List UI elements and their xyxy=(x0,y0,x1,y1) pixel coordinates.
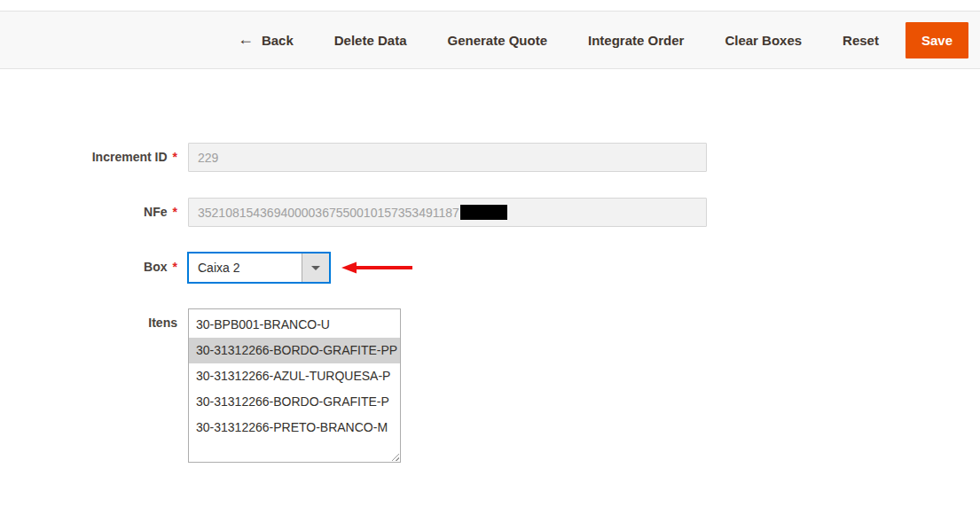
itens-label: Itens xyxy=(148,316,177,330)
box-select-dropdown-button[interactable] xyxy=(302,254,329,282)
nfe-input[interactable]: 35210815436940000367550010157353491187 xyxy=(188,198,707,227)
back-button[interactable]: ← Back xyxy=(238,32,294,48)
integrate-order-button[interactable]: Integrate Order xyxy=(588,33,684,48)
required-asterisk: * xyxy=(173,150,177,164)
chevron-down-icon xyxy=(311,266,320,270)
reset-button[interactable]: Reset xyxy=(843,33,879,48)
back-arrow-icon: ← xyxy=(238,31,254,47)
increment-id-input[interactable]: 229 xyxy=(188,143,707,172)
itens-option[interactable]: 30-31312266-PRETO-BRANCO-M xyxy=(189,415,400,441)
itens-label-cell: Itens xyxy=(0,308,177,330)
nfe-control: 35210815436940000367550010157353491187 xyxy=(188,198,707,227)
itens-option[interactable]: 30-31312266-BORDO-GRAFITE-P xyxy=(189,389,400,415)
back-button-label: Back xyxy=(262,33,294,48)
nfe-redaction-box xyxy=(460,205,507,220)
increment-id-control: 229 xyxy=(188,143,707,172)
increment-id-label: Increment ID xyxy=(92,150,168,164)
itens-multiselect[interactable]: 30-BPB001-BRANCO-U30-31312266-BORDO-GRAF… xyxy=(188,308,401,463)
box-select-value: Caixa 2 xyxy=(189,254,302,282)
form-row-itens: Itens 30-BPB001-BRANCO-U30-31312266-BORD… xyxy=(0,308,980,463)
form-row-nfe: NFe* 35210815436940000367550010157353491… xyxy=(0,198,980,227)
generate-quote-button[interactable]: Generate Quote xyxy=(447,33,547,48)
page-header: ← Back Delete Data Generate Quote Integr… xyxy=(0,0,980,69)
save-button[interactable]: Save xyxy=(906,22,968,58)
required-asterisk: * xyxy=(173,205,177,219)
form-content: Increment ID* 229 NFe* 35210815436940000… xyxy=(0,69,980,463)
increment-id-value: 229 xyxy=(198,151,218,165)
nfe-value: 35210815436940000367550010157353491187 xyxy=(198,206,459,220)
form-row-increment-id: Increment ID* 229 xyxy=(0,143,980,172)
form-row-box: Box* Caixa 2 xyxy=(0,253,980,283)
itens-option[interactable]: 30-31312266-BORDO-GRAFITE-PP xyxy=(189,338,400,363)
itens-control: 30-BPB001-BRANCO-U30-31312266-BORDO-GRAF… xyxy=(188,308,401,463)
itens-option[interactable]: 30-BPB001-BRANCO-U xyxy=(189,312,400,338)
delete-data-button[interactable]: Delete Data xyxy=(334,33,407,48)
box-label-cell: Box* xyxy=(0,253,177,274)
nfe-label-cell: NFe* xyxy=(0,198,177,219)
page: ← Back Delete Data Generate Quote Integr… xyxy=(0,0,980,463)
increment-id-label-cell: Increment ID* xyxy=(0,143,177,164)
clear-boxes-button[interactable]: Clear Boxes xyxy=(725,33,802,48)
box-label: Box xyxy=(144,260,167,274)
page-actions-toolbar: ← Back Delete Data Generate Quote Integr… xyxy=(0,11,980,69)
itens-option[interactable]: 30-31312266-AZUL-TURQUESA-P xyxy=(189,363,400,389)
box-select[interactable]: Caixa 2 xyxy=(188,253,330,283)
resize-grip-icon[interactable] xyxy=(390,452,399,461)
box-control: Caixa 2 xyxy=(188,253,412,283)
required-asterisk: * xyxy=(173,260,177,274)
nfe-label: NFe xyxy=(144,205,167,219)
annotation-arrow xyxy=(341,261,412,274)
